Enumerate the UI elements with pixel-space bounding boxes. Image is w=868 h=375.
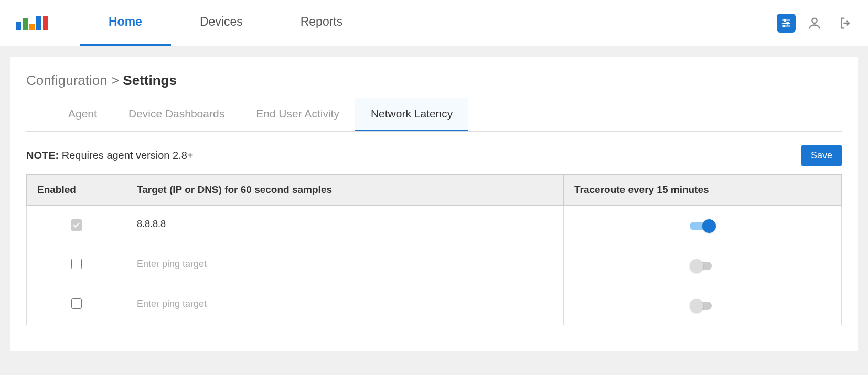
tab-network-latency[interactable]: Network Latency (355, 98, 468, 131)
version-note: NOTE: Requires agent version 2.8+ (26, 149, 194, 162)
th-traceroute: Traceroute every 15 minutes (564, 175, 842, 206)
top-navbar: Home Devices Reports (0, 0, 868, 46)
svg-point-1 (784, 19, 786, 21)
breadcrumb-current: Settings (123, 72, 177, 88)
latency-table: Enabled Target (IP or DNS) for 60 second… (26, 174, 842, 325)
breadcrumb-parent[interactable]: Configuration (26, 72, 108, 88)
nav-home[interactable]: Home (80, 0, 171, 46)
table-row (27, 245, 842, 285)
target-input[interactable] (137, 298, 553, 309)
app-logo (16, 16, 48, 30)
primary-nav: Home Devices Reports (80, 0, 371, 46)
traceroute-toggle[interactable] (690, 259, 716, 269)
tab-device-dashboards[interactable]: Device Dashboards (113, 98, 240, 131)
target-input[interactable] (137, 219, 553, 230)
settings-sliders-icon[interactable] (777, 14, 796, 33)
tab-end-user-activity[interactable]: End User Activity (240, 98, 355, 131)
tab-agent[interactable]: Agent (52, 98, 113, 131)
svg-point-5 (783, 25, 785, 27)
note-text: Requires agent version 2.8+ (62, 149, 194, 161)
traceroute-toggle[interactable] (690, 219, 716, 229)
enabled-checkbox-locked (71, 219, 82, 231)
table-row (27, 285, 842, 325)
save-button[interactable]: Save (801, 145, 842, 166)
enabled-checkbox[interactable] (71, 298, 82, 309)
user-icon[interactable] (805, 14, 824, 33)
enabled-checkbox[interactable] (71, 259, 82, 269)
logout-icon[interactable] (833, 14, 852, 33)
th-enabled: Enabled (27, 175, 126, 206)
note-prefix: NOTE: (26, 149, 59, 161)
breadcrumb-separator: > (111, 72, 119, 88)
breadcrumb: Configuration > Settings (26, 72, 842, 89)
note-row: NOTE: Requires agent version 2.8+ Save (26, 145, 842, 166)
settings-page: Configuration > Settings Agent Device Da… (10, 57, 858, 351)
table-row (27, 206, 842, 245)
settings-subtabs: Agent Device Dashboards End User Activit… (26, 98, 842, 132)
th-target: Target (IP or DNS) for 60 second samples (126, 175, 564, 206)
nav-devices[interactable]: Devices (171, 0, 272, 46)
target-input[interactable] (137, 259, 553, 270)
traceroute-toggle[interactable] (690, 298, 716, 309)
nav-reports[interactable]: Reports (272, 0, 372, 46)
svg-point-3 (787, 22, 789, 24)
topbar-actions (777, 14, 852, 33)
svg-point-6 (812, 18, 817, 23)
